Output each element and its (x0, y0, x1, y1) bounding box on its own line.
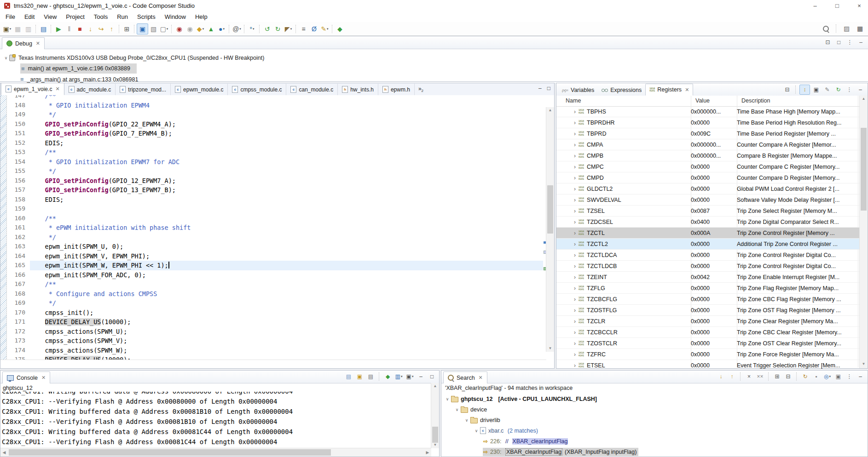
code-line-151[interactable]: 151 GPIO_setPinConfig(GPIO_7_EPWM4_B); (7, 129, 543, 138)
scrollbar-thumb[interactable] (861, 128, 867, 211)
maximize-icon[interactable]: □ (547, 85, 550, 91)
tree-item-match-230[interactable]: ⇨230: XBAR_clearInputFlag(XBAR_InputFlag… (441, 446, 868, 457)
pin-console-icon[interactable]: ◆ (383, 372, 393, 381)
tree-item-driverlib-folder[interactable]: ∨driverlib (441, 415, 868, 425)
scrollbar-thumb[interactable] (432, 427, 438, 443)
remove-match-icon[interactable]: × (744, 372, 754, 381)
verify-button[interactable]: ▲ (206, 24, 216, 34)
scrollbar-thumb[interactable] (9, 449, 331, 456)
profile-button[interactable]: ▢▾ (159, 24, 169, 34)
chevron-down-icon[interactable]: ∨ (3, 56, 9, 60)
view-menu-icon[interactable]: ⋮ (845, 372, 854, 381)
annotate-button[interactable]: ✎▾ (319, 24, 330, 34)
tab-debug[interactable]: Debug ✕ (2, 37, 45, 49)
chevron-right-icon[interactable]: › (574, 241, 576, 247)
save-all-button[interactable]: ▥ (23, 24, 34, 34)
menu-scripts[interactable]: Scripts (133, 12, 160, 21)
dropdown-arrow-icon[interactable]: ▾ (401, 375, 403, 378)
menu-project[interactable]: Project (61, 12, 89, 21)
breakpoint-button[interactable]: *▾ (247, 24, 257, 34)
register-row-TBPHS[interactable]: ›10100101TBPHS0x000000...Time Base Phase… (556, 106, 860, 117)
register-row-TZCTLDCA[interactable]: ›10100101TZCTLDCA0x0000Trip Zone Control… (556, 250, 860, 261)
register-row-TZFLG[interactable]: ›10100101TZFLG0x0000Trip Zone Flag Regis… (556, 283, 860, 294)
editor-tab-epwm-module-c[interactable]: cepwm_module.c (171, 84, 228, 95)
menu-help[interactable]: Help (191, 12, 212, 21)
menu-window[interactable]: Window (160, 12, 191, 21)
show-next-match-icon[interactable]: ↓ (716, 372, 726, 381)
code-line-150[interactable]: 150 GPIO_setPinConfig(GPIO_22_EPWM4_A); (7, 120, 543, 129)
tab-search[interactable]: Search ✕ (443, 371, 487, 383)
refresh-debug-state-button[interactable]: ↻ (272, 24, 283, 34)
chevron-right-icon[interactable]: › (574, 329, 576, 336)
show-previous-match-icon[interactable]: ↑ (727, 372, 737, 381)
expand-all-icon[interactable]: ⊞ (772, 372, 782, 381)
terminate-all-button[interactable]: Ø (309, 24, 319, 34)
close-icon[interactable]: × (855, 2, 863, 9)
menu-file[interactable]: File (1, 12, 20, 21)
code-line-160[interactable]: 160 /** (7, 214, 543, 223)
code-line-157[interactable]: 157 GPIO_setPinConfig(GPIO_13_EPWM7_B); (7, 185, 543, 195)
scroll-up-icon[interactable]: ▲ (860, 96, 868, 102)
chevron-down-icon[interactable]: ∨ (444, 397, 451, 401)
chevron-right-icon[interactable]: › (574, 252, 576, 258)
register-row-CMPD[interactable]: ›10100101CMPD0x0000Counter Compare D Reg… (556, 172, 860, 183)
edit-register-group-icon[interactable]: ✎ (822, 85, 832, 94)
dropdown-arrow-icon[interactable]: ▾ (167, 27, 168, 31)
close-icon[interactable]: ✕ (36, 40, 40, 46)
horizontal-sash[interactable] (0, 369, 868, 370)
vertical-sash[interactable] (555, 83, 556, 369)
minimize-icon[interactable]: – (856, 85, 865, 94)
code-line-147[interactable]: 147 /** (7, 95, 543, 101)
chevron-right-icon[interactable]: › (574, 153, 576, 159)
editor-tab-adc-module-c[interactable]: cadc_module.c (64, 84, 116, 95)
register-row-CMPA[interactable]: ›10100101CMPA0x000000...Counter Compare … (556, 139, 860, 150)
chevron-right-icon[interactable]: › (574, 208, 576, 214)
refresh-icon[interactable]: ↻ (833, 85, 843, 94)
console-list-button[interactable]: ≡ (298, 24, 309, 34)
column-value[interactable]: Value (695, 97, 710, 104)
dropdown-arrow-icon[interactable]: ▾ (829, 375, 831, 378)
restore-debug-state-button[interactable]: ↺ (262, 24, 272, 34)
tree-item-device-folder[interactable]: ∨device (441, 404, 868, 415)
code-line-163[interactable]: 163 epwm_init(SPWM_U, 0); (7, 242, 543, 251)
registers-scrollbar[interactable]: ▲ ▼ (859, 96, 868, 368)
minimize-icon[interactable]: – (856, 38, 866, 47)
chevron-down-icon[interactable]: ∨ (463, 418, 470, 423)
register-row-TZCTL[interactable]: ›10100101TZCTL0x000ATrip Zone Control Re… (556, 228, 860, 239)
view-menu-icon[interactable]: ⋮ (845, 38, 855, 47)
register-row-TBPRDHR[interactable]: ›10100101TBPRDHR0x0000Time Base Period H… (556, 117, 860, 128)
display-console-icon[interactable]: ▥▾ (394, 372, 404, 381)
column-description[interactable]: Description (741, 97, 770, 104)
tab-overflow-indicator[interactable]: »2 (418, 86, 423, 93)
code-editor[interactable]: 147 /**148 * GPIO initialization EPWM414… (0, 95, 554, 360)
code-line-154[interactable]: 154 * GPIO initialization EPWM7 for ADC (7, 157, 543, 167)
new-button[interactable]: ▣▾ (2, 24, 12, 34)
chevron-right-icon[interactable]: › (574, 274, 576, 280)
code-line-170[interactable]: 170 cmpss_init(); (7, 308, 543, 318)
previous-searches-icon[interactable]: ◎▾ (822, 372, 832, 381)
close-icon[interactable]: ✕ (55, 86, 59, 92)
chevron-right-icon[interactable]: › (574, 340, 576, 347)
dropdown-arrow-icon[interactable]: ▾ (239, 27, 241, 31)
menu-view[interactable]: View (39, 12, 61, 21)
menu-edit[interactable]: Edit (20, 12, 39, 21)
console-horizontal-scrollbar[interactable]: ◀ ▶ (0, 448, 431, 457)
debug-settings-button[interactable]: ▧ (148, 24, 159, 34)
show-debug-view-button[interactable]: ▤ (38, 24, 49, 34)
register-row-TZFRC[interactable]: ›10100101TZFRC0x0000Trip Zone Force Regi… (556, 349, 860, 360)
layout-icon[interactable]: ↕ (799, 85, 810, 95)
tab-registers[interactable]: 10100101 Registers ✕ (645, 84, 693, 96)
maximize-icon[interactable]: □ (834, 38, 844, 47)
flash-button[interactable]: ◆▾ (195, 24, 206, 34)
tab-console[interactable]: Console ✕ (2, 371, 50, 383)
dropdown-arrow-icon[interactable]: ▾ (327, 27, 329, 31)
register-row-CMPC[interactable]: ›10100101CMPC0x0000Counter Compare C Reg… (556, 161, 860, 172)
chevron-right-icon[interactable]: › (574, 175, 576, 181)
code-line-166[interactable]: 166 epwm_init(SPWM_FOR_ADC, 0); (7, 270, 543, 280)
chevron-right-icon[interactable]: › (574, 142, 576, 148)
chevron-right-icon[interactable]: › (574, 362, 576, 369)
maximize-icon[interactable]: □ (833, 2, 841, 9)
scrollbar-thumb[interactable] (547, 185, 553, 234)
register-row-TZCBCFLG[interactable]: ›10100101TZCBCFLG0x0000Trip Zone CBC Fla… (556, 294, 860, 305)
dropdown-arrow-icon[interactable]: ▾ (412, 375, 414, 378)
